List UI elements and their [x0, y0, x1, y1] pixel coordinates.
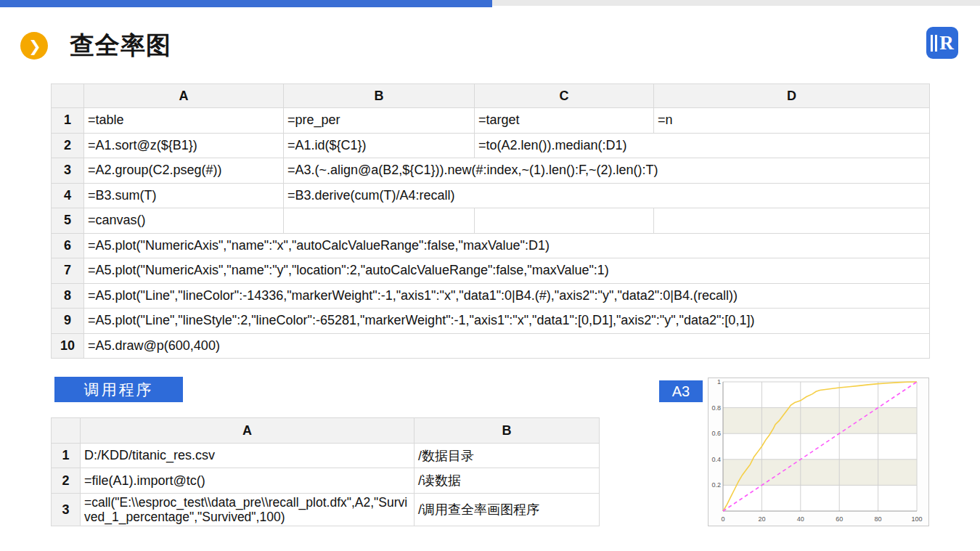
cell[interactable]: [654, 208, 930, 234]
svg-text:20: 20: [758, 515, 765, 523]
cell[interactable]: =A2.group(C2.pseg(#)): [84, 158, 284, 184]
table-row: 1D:/KDD/titanic_res.csv/数据目录: [52, 444, 600, 468]
svg-text:80: 80: [875, 515, 882, 523]
svg-text:100: 100: [911, 515, 922, 523]
call-spreadsheet: AB1D:/KDD/titanic_res.csv/数据目录2=file(A1)…: [51, 417, 600, 526]
cell[interactable]: =to(A2.len()).median(:D1): [475, 134, 930, 159]
svg-text:1: 1: [717, 378, 721, 385]
svg-text:0: 0: [721, 515, 724, 523]
recall-chart: 0204060801000.20.40.60.81: [708, 377, 929, 526]
row-number[interactable]: 4: [52, 184, 84, 209]
row-number[interactable]: 1: [52, 444, 81, 468]
cell[interactable]: =B3.derive(cum(T)/A4:recall): [284, 184, 930, 209]
row-number[interactable]: 2: [52, 468, 81, 494]
top-bar-gray: [492, 0, 980, 6]
table-row: 8=A5.plot("Line","lineColor":-14336,"mar…: [52, 284, 930, 309]
chart-canvas: 0204060801000.20.40.60.81: [709, 378, 928, 526]
top-bar-blue: [0, 0, 492, 7]
call-program-button[interactable]: 调用程序: [54, 377, 183, 402]
cell[interactable]: D:/KDD/titanic_res.csv: [81, 444, 415, 468]
svg-text:0.4: 0.4: [711, 456, 721, 463]
cell[interactable]: =call("E:\\esproc_test\\data_pre\\recall…: [81, 494, 415, 526]
table-row: 9=A5.plot("Line","lineStyle":2,"lineColo…: [52, 309, 930, 334]
row-number[interactable]: 6: [52, 234, 84, 259]
logo-bars: [931, 35, 937, 52]
corner-cell[interactable]: [52, 418, 81, 444]
table-row: 6=A5.plot("NumericAxis","name":"x","auto…: [52, 234, 930, 259]
row-number[interactable]: 1: [52, 108, 84, 134]
row-number[interactable]: 8: [52, 284, 84, 309]
cell[interactable]: =A5.plot("Line","lineStyle":2,"lineColor…: [84, 309, 930, 334]
column-header-a[interactable]: A: [81, 418, 415, 444]
column-header-b[interactable]: B: [284, 84, 475, 108]
cell[interactable]: =target: [475, 108, 654, 134]
corner-cell[interactable]: [52, 84, 84, 108]
svg-text:0.8: 0.8: [711, 404, 721, 412]
table-row: 3=A2.group(C2.pseg(#))=A3.(~.align@a(B2,…: [52, 158, 930, 184]
cell[interactable]: =A5.plot("NumericAxis","name":"x","autoC…: [84, 234, 930, 259]
cell[interactable]: =A3.(~.align@a(B2,${C1})).new(#:index,~(…: [284, 158, 930, 184]
cell-ref-badge: A3: [659, 380, 703, 402]
column-header-a[interactable]: A: [84, 84, 284, 108]
table-row: 2=file(A1).import@tc()/读数据: [52, 468, 600, 494]
cell[interactable]: =A1.sort@z(${B1}): [84, 134, 284, 159]
cell[interactable]: =file(A1).import@tc(): [81, 468, 415, 494]
cell[interactable]: =A5.draw@p(600,400): [84, 334, 930, 359]
cell[interactable]: =A5.plot("NumericAxis","name":"y","locat…: [84, 258, 930, 284]
row-number[interactable]: 9: [52, 309, 84, 334]
svg-text:0.2: 0.2: [711, 481, 721, 489]
cell[interactable]: =B3.sum(T): [84, 184, 284, 209]
raqsoft-logo-icon: R: [926, 27, 958, 59]
table-row: 4=B3.sum(T)=B3.derive(cum(T)/A4:recall): [52, 184, 930, 209]
row-number[interactable]: 7: [52, 258, 84, 284]
row-number[interactable]: 5: [52, 208, 84, 234]
logo-letter: R: [939, 33, 954, 53]
cell[interactable]: =pre_per: [284, 108, 475, 134]
table-row: 1=table=pre_per=target=n: [52, 108, 930, 134]
row-number[interactable]: 3: [52, 158, 84, 184]
table-row: 2=A1.sort@z(${B1})=A1.id(${C1})=to(A2.le…: [52, 134, 930, 159]
cell[interactable]: /读数据: [415, 468, 600, 494]
cell[interactable]: =n: [654, 108, 930, 134]
cell[interactable]: =table: [84, 108, 284, 134]
table-row: 7=A5.plot("NumericAxis","name":"y","loca…: [52, 258, 930, 284]
main-spreadsheet: ABCD1=table=pre_per=target=n2=A1.sort@z(…: [51, 83, 930, 359]
page-title: 查全率图: [70, 29, 171, 62]
cell[interactable]: [475, 208, 654, 234]
column-header-c[interactable]: C: [475, 84, 654, 108]
chevron-right-icon: ❯: [28, 38, 41, 54]
table-row: 5=canvas(): [52, 208, 930, 234]
table-row: 3=call("E:\\esproc_test\\data_pre\\recal…: [52, 494, 600, 526]
cell[interactable]: =A5.plot("Line","lineColor":-14336,"mark…: [84, 284, 930, 309]
cell[interactable]: =canvas(): [84, 208, 284, 234]
cell[interactable]: [284, 208, 475, 234]
cell[interactable]: /调用查全率画图程序: [415, 494, 600, 526]
table-row: 10=A5.draw@p(600,400): [52, 334, 930, 359]
svg-text:60: 60: [836, 515, 843, 523]
svg-text:0.6: 0.6: [711, 430, 721, 437]
column-header-d[interactable]: D: [654, 84, 930, 108]
column-header-b[interactable]: B: [415, 418, 600, 444]
row-number[interactable]: 2: [52, 134, 84, 159]
svg-text:40: 40: [797, 515, 804, 523]
row-number[interactable]: 3: [52, 494, 81, 526]
bullet-chevron-icon: ❯: [20, 32, 48, 60]
cell[interactable]: /数据目录: [415, 444, 600, 468]
row-number[interactable]: 10: [52, 334, 84, 359]
cell[interactable]: =A1.id(${C1}): [284, 134, 475, 159]
